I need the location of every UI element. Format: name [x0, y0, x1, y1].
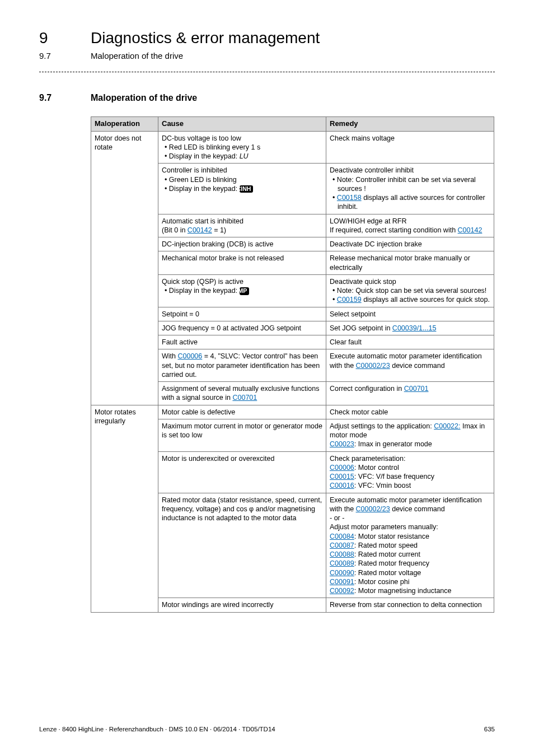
- remedy-cell: Deactivate controller inhibit Note: Cont…: [326, 164, 494, 214]
- col-remedy: Remedy: [326, 116, 494, 131]
- table-header-row: Maloperation Cause Remedy: [91, 116, 494, 131]
- code-link[interactable]: C00087: [330, 542, 354, 549]
- cause-cell: Motor cable is defective: [158, 405, 326, 419]
- or-text: - or -: [330, 514, 344, 522]
- remedy-text: Deactivate quick stop: [330, 278, 396, 286]
- cause-text: Controller is inhibited: [162, 166, 227, 174]
- remedy-cell: Deactivate quick stop Note: Quick stop c…: [326, 274, 494, 307]
- cause-cell: JOG frequency = 0 at activated JOG setpo…: [158, 321, 326, 335]
- remedy-cell: Release mechanical motor brake manually …: [326, 251, 494, 275]
- code-link[interactable]: C00022:: [434, 422, 460, 430]
- footer-page-number: 635: [484, 725, 495, 734]
- remedy-text: Adjust motor parameters manually:: [330, 523, 438, 531]
- cause-text: DC-bus voltage is too low: [162, 134, 241, 142]
- cause-cell: Assignment of several mutually exclusive…: [158, 382, 326, 405]
- remedy-cell: Set JOG setpoint in C00039/1...15: [326, 321, 494, 335]
- cause-cell: Maximum motor current in motor or genera…: [158, 419, 326, 451]
- code-link[interactable]: C00089: [330, 559, 354, 567]
- table-row: Motor does not rotate DC-bus voltage is …: [91, 131, 494, 164]
- remedy-text: Check parameterisation:: [330, 455, 405, 463]
- remedy-bullet: Note: Quick stop can be set via several …: [330, 286, 490, 295]
- cause-cell: Quick stop (QSP) is active Display in th…: [158, 274, 326, 307]
- remedy-bullet: C00159 displays all active sources for q…: [330, 295, 490, 304]
- remedy-cell: Adjust settings to the application: C000…: [326, 419, 494, 451]
- remedy-cell: Reverse from star connection to delta co…: [326, 598, 494, 612]
- code-link[interactable]: C00701: [404, 385, 429, 393]
- code-link[interactable]: C00088: [330, 550, 354, 558]
- remedy-cell: Deactivate DC injection brake: [326, 237, 494, 251]
- subsection-header: 9.7 Maloperation of the drive: [39, 50, 495, 62]
- code-link[interactable]: C00084: [330, 533, 354, 540]
- code-link[interactable]: C00090: [330, 569, 354, 577]
- remedy-cell: Clear fault: [326, 335, 494, 349]
- divider: [39, 72, 495, 72]
- cause-text: Quick stop (QSP) is active: [162, 278, 243, 286]
- code-link[interactable]: C00159: [337, 296, 362, 304]
- remedy-cell: Check parameterisation: C00006: Motor co…: [326, 451, 494, 493]
- code-link[interactable]: C00023: [330, 440, 354, 448]
- code-link[interactable]: C00142: [458, 226, 483, 234]
- footer-left: Lenze · 8400 HighLine · Referenzhandbuch…: [39, 725, 275, 734]
- remedy-bullet: C00158 displays all active sources for c…: [330, 193, 490, 212]
- code-link[interactable]: C00006: [330, 464, 354, 472]
- remedy-cell: Check motor cable: [326, 405, 494, 419]
- cause-bullet: Display in the keypad: LU: [162, 152, 322, 161]
- cause-bullet: Green LED is blinking: [162, 175, 322, 184]
- remedy-cell: Correct configuration in C00701: [326, 382, 494, 405]
- cause-cell: With C00006 = 4, "SLVC: Vector control" …: [158, 349, 326, 382]
- remedy-cell: Execute automatic motor parameter identi…: [326, 349, 494, 382]
- code-link[interactable]: C00092: [330, 587, 354, 595]
- cause-cell: Automatic start is inhibited (Bit 0 in C…: [158, 214, 326, 237]
- code-link[interactable]: C00006: [177, 352, 202, 360]
- col-maloperation: Maloperation: [91, 116, 158, 131]
- remedy-bullet: Note: Controller inhibit can be set via …: [330, 175, 490, 194]
- keypad-badge: CINH: [240, 185, 254, 193]
- section-title: Maloperation of the drive: [91, 92, 197, 104]
- cause-cell: Fault active: [158, 335, 326, 349]
- code-link[interactable]: C00002/23: [356, 362, 390, 370]
- maloperation-cell: Motor does not rotate: [91, 131, 158, 405]
- chapter-number: 9: [39, 28, 91, 48]
- section-number: 9.7: [39, 92, 91, 104]
- remedy-text: LOW/HIGH edge at RFR: [330, 217, 407, 225]
- remedy-cell: LOW/HIGH edge at RFR If required, correc…: [326, 214, 494, 237]
- cause-cell: Rated motor data (stator resistance, spe…: [158, 493, 326, 598]
- code-link[interactable]: C00158: [337, 194, 362, 202]
- maloperation-table: Maloperation Cause Remedy Motor does not…: [91, 116, 494, 613]
- table-row: Motor rotates irregularly Motor cable is…: [91, 405, 494, 419]
- chapter-title: Diagnostics & error management: [91, 28, 320, 48]
- cause-cell: Mechanical motor brake is not released: [158, 251, 326, 275]
- cause-cell: DC-injection braking (DCB) is active: [158, 237, 326, 251]
- cause-cell: DC-bus voltage is too low Red LED is bli…: [158, 131, 326, 164]
- keypad-badge: IMP: [240, 287, 250, 295]
- cause-cell: Motor windings are wired incorrectly: [158, 598, 326, 612]
- code-link[interactable]: C00142: [188, 226, 212, 234]
- code-link[interactable]: C00015: [330, 473, 354, 480]
- page-footer: Lenze · 8400 HighLine · Referenzhandbuch…: [39, 725, 495, 734]
- cause-bullet: Display in the keypad: IMP: [162, 286, 322, 295]
- remedy-cell: Execute automatic motor parameter identi…: [326, 493, 494, 598]
- cause-cell: Motor is underexcited or overexcited: [158, 451, 326, 493]
- cause-cell: Controller is inhibited Green LED is bli…: [158, 164, 326, 214]
- cause-text: Automatic start is inhibited: [162, 217, 243, 225]
- code-link[interactable]: C00016: [330, 482, 354, 489]
- page-header: 9 Diagnostics & error management: [39, 28, 495, 48]
- remedy-cell: Select setpoint: [326, 307, 494, 321]
- remedy-cell: Check mains voltage: [326, 131, 494, 164]
- code-link[interactable]: C00039/1...15: [392, 324, 437, 332]
- cause-cell: Setpoint = 0: [158, 307, 326, 321]
- cause-bullet: Display in the keypad: CINH: [162, 184, 322, 193]
- maloperation-cell: Motor rotates irregularly: [91, 405, 158, 612]
- subsection-title: Maloperation of the drive: [91, 50, 183, 62]
- code-link[interactable]: C00002/23: [356, 505, 390, 513]
- section-heading: 9.7 Maloperation of the drive: [39, 92, 495, 104]
- subsection-number: 9.7: [39, 50, 91, 62]
- col-cause: Cause: [158, 116, 326, 131]
- cause-bullet: Red LED is blinking every 1 s: [162, 143, 322, 152]
- code-link[interactable]: C00701: [232, 394, 257, 402]
- remedy-text: Deactivate controller inhibit: [330, 166, 414, 174]
- code-link[interactable]: C00091: [330, 578, 354, 586]
